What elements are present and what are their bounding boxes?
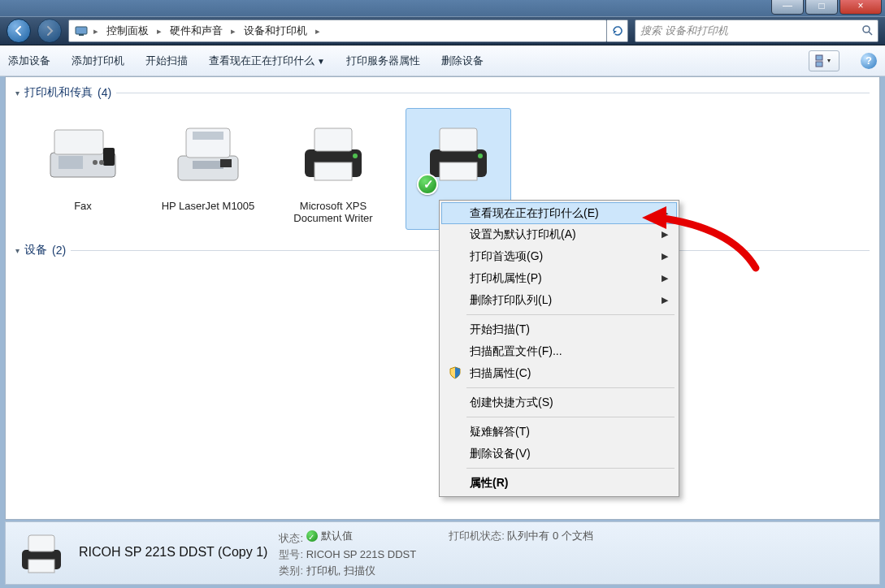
submenu-arrow-icon: ▶ <box>662 208 668 218</box>
collapse-icon: ▾ <box>15 246 20 255</box>
group-header-printers[interactable]: ▾ 打印机和传真 (4) <box>6 77 879 103</box>
details-category-label: 类别: <box>279 564 303 577</box>
details-columns: 状态: 默认值 型号: RICOH SP 221S DDST 类别: 打印机, … <box>279 528 593 579</box>
menu-separator <box>466 417 675 417</box>
menu-troubleshoot[interactable]: 疑难解答(T) <box>442 421 676 443</box>
breadcrumb-sep-icon: ▸ <box>93 26 98 37</box>
nav-back-button[interactable] <box>7 19 31 43</box>
menu-separator <box>466 314 675 315</box>
details-state-text: 默认值 <box>321 528 353 544</box>
nav-forward-button[interactable] <box>37 19 62 43</box>
svg-rect-0 <box>76 27 87 34</box>
menu-print-prefs[interactable]: 打印首选项(G)▶ <box>442 245 676 267</box>
svg-rect-19 <box>315 162 352 180</box>
view-options-button[interactable] <box>809 50 839 71</box>
menu-label: 删除打印队列(L) <box>470 293 552 308</box>
item-label: HP LaserJet M1005 <box>161 200 255 212</box>
address-bar: ▸ 控制面板 ▸ 硬件和声音 ▸ 设备和打印机 ▸ 搜索 设备和打印机 <box>0 16 885 45</box>
menu-label: 打印首选项(G) <box>470 249 543 264</box>
menu-properties[interactable]: 属性(R) <box>442 472 676 494</box>
menu-label: 创建快捷方式(S) <box>470 396 553 410</box>
menu-scan-props[interactable]: 扫描属性(C) <box>442 362 676 384</box>
menu-label: 扫描配置文件(F)... <box>470 344 562 359</box>
cmd-add-device[interactable]: 添加设备 <box>8 54 50 68</box>
arrow-left-icon <box>13 25 24 37</box>
item-label: Fax <box>36 200 130 212</box>
menu-printer-props[interactable]: 打印机属性(P)▶ <box>442 267 676 289</box>
menu-label: 设置为默认打印机(A) <box>470 227 576 242</box>
menu-view-printing[interactable]: 查看现在正在打印什么(E)▶ <box>441 202 677 224</box>
svg-point-20 <box>353 153 358 158</box>
menu-delete-queue[interactable]: 删除打印队列(L)▶ <box>442 289 676 311</box>
group-rule <box>116 93 870 93</box>
menu-label: 打印机属性(P) <box>470 271 542 286</box>
default-badge-icon <box>417 174 438 195</box>
breadcrumb[interactable]: ▸ 控制面板 ▸ 硬件和声音 ▸ 设备和打印机 ▸ <box>68 19 607 42</box>
svg-point-10 <box>93 160 98 165</box>
svg-rect-18 <box>315 128 352 151</box>
control-panel-icon <box>74 24 89 38</box>
details-name: RICOH SP 221S DDST (Copy 1) <box>79 545 267 560</box>
menu-scan-profile[interactable]: 扫描配置文件(F)... <box>442 340 676 362</box>
menu-label: 扫描属性(C) <box>470 366 531 381</box>
details-queue-value: 队列中有 0 个文档 <box>507 530 592 542</box>
cmd-remove-device[interactable]: 删除设备 <box>441 54 484 68</box>
maximize-icon: □ <box>818 0 824 11</box>
search-input[interactable]: 搜索 设备和打印机 <box>635 19 878 42</box>
svg-point-11 <box>99 160 104 165</box>
svg-rect-7 <box>54 130 103 154</box>
arrow-right-icon <box>44 25 55 37</box>
maximize-button[interactable]: □ <box>805 0 838 15</box>
menu-label: 属性(R) <box>470 476 508 491</box>
svg-rect-16 <box>220 159 232 167</box>
fax-icon <box>38 114 128 195</box>
context-menu: 查看现在正在打印什么(E)▶ 设置为默认打印机(A)▶ 打印首选项(G)▶ 打印… <box>439 200 679 497</box>
refresh-button[interactable] <box>607 19 628 42</box>
menu-label: 删除设备(V) <box>470 447 531 461</box>
breadcrumb-item[interactable]: 硬件和声音 <box>167 22 226 40</box>
svg-rect-9 <box>59 156 83 169</box>
svg-line-3 <box>869 32 872 35</box>
cmd-view-printing[interactable]: 查看现在正在打印什么▼ <box>209 54 325 68</box>
device-item-hp[interactable]: HP LaserJet M1005 <box>155 108 261 230</box>
close-button[interactable]: × <box>839 0 882 15</box>
device-item-fax[interactable]: Fax <box>30 108 136 230</box>
chevron-down-icon: ▼ <box>317 57 325 66</box>
submenu-arrow-icon: ▶ <box>662 229 668 240</box>
minimize-icon: — <box>783 0 792 11</box>
menu-start-scan[interactable]: 开始扫描(T) <box>442 318 676 340</box>
svg-rect-4 <box>816 55 822 60</box>
submenu-arrow-icon: ▶ <box>662 273 668 283</box>
breadcrumb-item[interactable]: 控制面板 <box>103 22 152 40</box>
svg-rect-26 <box>28 535 54 551</box>
cmd-add-printer[interactable]: 添加打印机 <box>72 54 124 68</box>
details-category-value: 打印机, 扫描仪 <box>306 564 375 577</box>
printer-icon <box>414 114 503 195</box>
view-icon <box>815 54 833 67</box>
device-item-xps[interactable]: Microsoft XPS Document Writer <box>280 108 386 230</box>
breadcrumb-item[interactable]: 设备和打印机 <box>241 22 310 40</box>
svg-rect-15 <box>193 161 223 169</box>
svg-rect-8 <box>103 148 115 166</box>
command-bar: 添加设备 添加打印机 开始扫描 查看现在正在打印什么▼ 打印服务器属性 删除设备… <box>0 45 885 76</box>
menu-create-shortcut[interactable]: 创建快捷方式(S) <box>442 391 676 413</box>
menu-set-default[interactable]: 设置为默认打印机(A)▶ <box>442 223 676 245</box>
svg-rect-22 <box>440 128 477 151</box>
menu-label: 疑难解答(T) <box>470 425 530 439</box>
printer-icon <box>163 114 253 195</box>
menu-label: 开始扫描(T) <box>470 322 530 337</box>
help-button[interactable]: ? <box>861 53 877 69</box>
details-state-label: 状态: <box>279 532 303 544</box>
group-count: (2) <box>52 244 66 257</box>
cmd-start-scan[interactable]: 开始扫描 <box>145 54 188 68</box>
menu-label: 查看现在正在打印什么(E) <box>470 206 599 221</box>
details-model-value: RICOH SP 221S DDST <box>306 548 417 560</box>
minimize-button[interactable]: — <box>771 0 804 15</box>
cmd-view-printing-label: 查看现在正在打印什么 <box>209 54 315 67</box>
menu-remove-device[interactable]: 删除设备(V) <box>442 443 676 465</box>
cmd-server-props[interactable]: 打印服务器属性 <box>346 54 420 68</box>
submenu-arrow-icon: ▶ <box>662 295 668 305</box>
svg-rect-27 <box>28 560 54 573</box>
details-state-value: 默认值 <box>306 528 353 544</box>
details-model-label: 型号: <box>279 548 303 560</box>
